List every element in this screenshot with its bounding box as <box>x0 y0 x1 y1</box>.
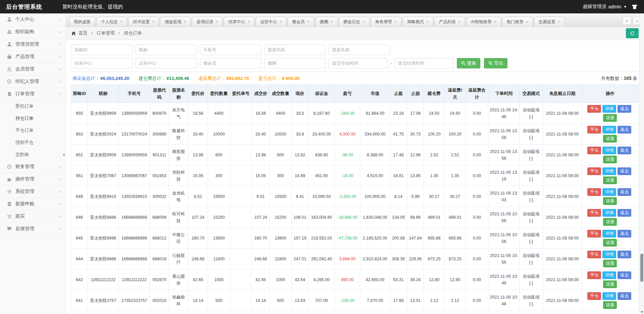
tab-close-icon[interactable]: × <box>526 19 528 24</box>
rebate-button[interactable]: 返点 <box>618 292 631 300</box>
tab-close-icon[interactable]: × <box>458 19 461 24</box>
detail-button[interactable]: 详情 <box>602 126 616 134</box>
date-start-input[interactable] <box>329 58 388 68</box>
rebate-button[interactable]: 返点 <box>618 230 631 238</box>
rebate-button[interactable]: 返点 <box>618 126 631 134</box>
tab-item[interactable]: 运营中心× <box>256 17 286 27</box>
send-shares-button[interactable]: 送股 <box>603 135 617 143</box>
tabs-scroll-left-button[interactable]: ‹ <box>623 16 631 25</box>
sidebar-item-user[interactable]: 个人中心 <box>0 13 65 26</box>
tab-item[interactable]: 佣金提现× <box>160 17 191 27</box>
tab-item[interactable]: 热门推荐× <box>502 17 533 27</box>
filter-input[interactable] <box>136 58 197 68</box>
tab-close-icon[interactable]: × <box>394 19 397 24</box>
send-shares-button[interactable]: 送股 <box>603 176 617 184</box>
send-shares-button[interactable]: 送股 <box>603 156 617 163</box>
breadcrumb-item[interactable]: 订单管理 <box>97 30 115 36</box>
rebate-button[interactable]: 返点 <box>618 251 631 258</box>
filter-input[interactable] <box>329 45 390 55</box>
tab-close-icon[interactable]: × <box>558 19 560 24</box>
scrollbar-down-arrow[interactable]: ▼ <box>640 310 644 314</box>
rebate-button[interactable]: 返点 <box>618 147 631 154</box>
export-button[interactable]: 导出 <box>484 58 507 68</box>
tab-close-icon[interactable]: × <box>363 19 365 24</box>
sidebar-subitem[interactable]: 交割单 <box>0 149 65 161</box>
detail-button[interactable]: 详情 <box>602 167 616 175</box>
detail-button[interactable]: 详情 <box>602 251 616 258</box>
tab-item[interactable]: 策略模式× <box>402 17 433 27</box>
detail-button[interactable]: 详情 <box>602 188 616 196</box>
rebate-button[interactable]: 返点 <box>618 105 631 113</box>
sidebar-subitem[interactable]: 持仓订单 <box>0 112 65 124</box>
tab-item[interactable]: 提现记录× <box>192 17 223 27</box>
tab-close-icon[interactable]: × <box>331 19 333 24</box>
close-position-button[interactable]: 平仓 <box>587 147 601 154</box>
detail-button[interactable]: 详情 <box>602 292 616 300</box>
close-position-button[interactable]: 平仓 <box>587 271 601 279</box>
send-shares-button[interactable]: 送股 <box>603 260 617 267</box>
close-position-button[interactable]: 平仓 <box>587 230 601 238</box>
theme-tshirt-icon[interactable] <box>631 4 638 10</box>
search-button[interactable]: 搜索 <box>457 58 480 68</box>
rebate-button[interactable]: 返点 <box>618 209 631 217</box>
close-position-button[interactable]: 平仓 <box>587 209 601 217</box>
filter-input[interactable] <box>136 45 197 55</box>
sidebar-item-broker[interactable]: 经纪人管理 <box>0 75 65 88</box>
tab-close-icon[interactable]: × <box>152 19 154 24</box>
refresh-button[interactable] <box>626 28 639 38</box>
date-end-input[interactable] <box>395 58 454 68</box>
tab-item[interactable]: 产品列表× <box>434 17 465 27</box>
filter-input[interactable] <box>71 58 132 68</box>
sidebar-subitem[interactable]: 委托订单 <box>0 100 65 112</box>
tab-item[interactable]: 交易设置× <box>534 17 565 27</box>
sidebar-item-system[interactable]: 系统管理 <box>0 186 65 198</box>
sidebar-item-finance[interactable]: 财务管理 <box>0 161 65 173</box>
close-position-button[interactable]: 平仓 <box>587 292 601 300</box>
close-position-button[interactable]: 平仓 <box>587 251 601 258</box>
sidebar-item-users[interactable]: 组织架构 <box>0 26 65 38</box>
sidebar-item-plugin[interactable]: 插件管理 <box>0 173 65 186</box>
sidebar-item-user-admin[interactable]: 管理员管理 <box>0 38 65 51</box>
tab-item[interactable]: 微圈× <box>315 17 338 27</box>
tab-item[interactable]: 角色管理× <box>371 17 401 27</box>
tab-item[interactable]: 微会员× <box>287 17 314 27</box>
close-position-button[interactable]: 平仓 <box>587 126 601 134</box>
rebate-button[interactable]: 返点 <box>618 271 631 279</box>
scrollbar-thumb[interactable] <box>640 254 643 282</box>
tab-item[interactable]: 对冲设置× <box>128 17 159 27</box>
send-shares-button[interactable]: 送股 <box>603 197 617 205</box>
close-position-button[interactable]: 平仓 <box>587 167 601 175</box>
sidebar-subitem[interactable]: 强制平仓 <box>0 137 65 149</box>
tab-item[interactable]: 赠金日志× <box>339 17 370 27</box>
send-shares-button[interactable]: 送股 <box>603 301 617 309</box>
sidebar-item-feedback[interactable]: 反馈管理 <box>0 223 65 235</box>
send-shares-button[interactable]: 送股 <box>603 218 617 226</box>
close-position-button[interactable]: 平仓 <box>587 188 601 196</box>
detail-button[interactable]: 详情 <box>602 105 616 113</box>
tab-close-icon[interactable]: × <box>307 19 310 24</box>
send-shares-button[interactable]: 送股 <box>603 114 617 122</box>
sidebar-subitem[interactable]: 平仓订单 <box>0 124 65 137</box>
tab-close-icon[interactable]: × <box>184 19 186 24</box>
sidebar-item-ipo[interactable]: 新股申购 <box>0 198 65 210</box>
sidebar-item-follow[interactable]: 跟买 <box>0 210 65 223</box>
detail-button[interactable]: 详情 <box>602 230 616 238</box>
filter-input[interactable] <box>200 58 261 68</box>
detail-button[interactable]: 详情 <box>602 209 616 217</box>
vertical-scrollbar[interactable]: ▼ <box>639 13 644 314</box>
tab-item[interactable]: AI智能推荐× <box>466 17 501 27</box>
filter-input[interactable] <box>264 58 326 68</box>
tab-close-icon[interactable]: × <box>426 19 429 24</box>
sidebar-item-member[interactable]: 会员管理 <box>0 63 65 75</box>
rebate-button[interactable]: 返点 <box>618 167 631 175</box>
tab-close-icon[interactable]: × <box>279 19 282 24</box>
tab-item[interactable]: 个人信息× <box>96 17 127 27</box>
tab-close-icon[interactable]: × <box>248 19 250 24</box>
close-position-button[interactable]: 平仓 <box>587 105 601 113</box>
sidebar-item-order[interactable]: 订单管理 <box>0 88 65 100</box>
breadcrumb-item[interactable]: 首页 <box>78 30 88 36</box>
tab-close-icon[interactable]: × <box>120 19 122 24</box>
tab-close-icon[interactable]: × <box>494 19 496 24</box>
filter-input[interactable] <box>264 45 326 55</box>
tab-item[interactable]: 结算中心× <box>224 17 255 27</box>
